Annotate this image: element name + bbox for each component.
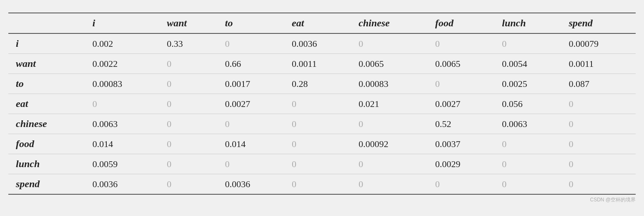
- table-row: food0.01400.01400.000920.003700: [8, 134, 636, 154]
- table-cell: 0.00092: [351, 134, 428, 154]
- table-cell: 0.66: [218, 54, 284, 74]
- table-cell: 0.0027: [218, 94, 284, 114]
- table-cell: 0.0025: [494, 74, 561, 94]
- table-row: chinese0.006300000.520.00630: [8, 114, 636, 134]
- header-row: iwanttoeatchinesefoodlunchspend: [8, 13, 636, 33]
- table-cell: 0: [494, 154, 561, 174]
- table-cell: 0.014: [85, 134, 159, 154]
- table-cell: 0: [284, 154, 351, 174]
- table-cell: 0.0037: [428, 134, 494, 154]
- table-cell: 0.0036: [218, 174, 284, 195]
- table-cell: 0.0063: [494, 114, 561, 134]
- row-label-i: i: [8, 33, 85, 54]
- table-cell: 0.0059: [85, 154, 159, 174]
- table-cell: 0.087: [561, 74, 636, 94]
- table-cell: 0.0054: [494, 54, 561, 74]
- table-cell: 0: [159, 114, 218, 134]
- table-cell: 0: [159, 154, 218, 174]
- table-cell: 0.00083: [351, 74, 428, 94]
- table-cell: 0.0065: [428, 54, 494, 74]
- table-cell: 0: [561, 174, 636, 195]
- table-cell: 0: [428, 174, 494, 195]
- header-col-lunch: lunch: [494, 13, 561, 33]
- table-cell: 0: [218, 114, 284, 134]
- row-label-lunch: lunch: [8, 154, 85, 174]
- watermark: CSDN @空杯的境界: [8, 195, 636, 203]
- table-cell: 0: [85, 94, 159, 114]
- table-cell: 0: [561, 94, 636, 114]
- table-cell: 0: [428, 33, 494, 54]
- table-cell: 0: [218, 33, 284, 54]
- table-cell: 0: [351, 154, 428, 174]
- table-cell: 0: [284, 94, 351, 114]
- table-cell: 0.0065: [351, 54, 428, 74]
- header-col-to: to: [218, 13, 284, 33]
- table-row: spend0.003600.003600000: [8, 174, 636, 195]
- table-cell: 0.014: [218, 134, 284, 154]
- table-cell: 0.0011: [561, 54, 636, 74]
- table-cell: 0.00083: [85, 74, 159, 94]
- row-label-chinese: chinese: [8, 114, 85, 134]
- table-row: to0.0008300.00170.280.0008300.00250.087: [8, 74, 636, 94]
- table-cell: 0.0027: [428, 94, 494, 114]
- table-cell: 0.00079: [561, 33, 636, 54]
- header-col-eat: eat: [284, 13, 351, 33]
- table-cell: 0.0036: [85, 174, 159, 195]
- header-col-spend: spend: [561, 13, 636, 33]
- table-cell: 0: [494, 134, 561, 154]
- table-cell: 0: [494, 33, 561, 54]
- table-cell: 0.33: [159, 33, 218, 54]
- table-cell: 0: [159, 134, 218, 154]
- table-cell: 0.0017: [218, 74, 284, 94]
- table-cell: 0: [159, 94, 218, 114]
- table-cell: 0.0029: [428, 154, 494, 174]
- header-col-chinese: chinese: [351, 13, 428, 33]
- header-col-want: want: [159, 13, 218, 33]
- table-cell: 0: [218, 154, 284, 174]
- table-cell: 0: [159, 174, 218, 195]
- table-cell: 0.0022: [85, 54, 159, 74]
- row-label-food: food: [8, 134, 85, 154]
- table-cell: 0.056: [494, 94, 561, 114]
- table-cell: 0.0036: [284, 33, 351, 54]
- table-row: i0.0020.3300.00360000.00079: [8, 33, 636, 54]
- table-cell: 0: [159, 74, 218, 94]
- row-label-want: want: [8, 54, 85, 74]
- table-row: want0.002200.660.00110.00650.00650.00540…: [8, 54, 636, 74]
- table-cell: 0.52: [428, 114, 494, 134]
- table-cell: 0: [351, 114, 428, 134]
- table-cell: 0.0063: [85, 114, 159, 134]
- table-row: lunch0.005900000.002900: [8, 154, 636, 174]
- header-empty: [8, 13, 85, 33]
- table-cell: 0: [284, 114, 351, 134]
- table-cell: 0: [351, 174, 428, 195]
- row-label-spend: spend: [8, 174, 85, 195]
- table-cell: 0.28: [284, 74, 351, 94]
- table-cell: 0: [351, 33, 428, 54]
- table-cell: 0: [284, 174, 351, 195]
- table-row: eat000.002700.0210.00270.0560: [8, 94, 636, 114]
- header-col-i: i: [85, 13, 159, 33]
- row-label-eat: eat: [8, 94, 85, 114]
- table-wrapper: iwanttoeatchinesefoodlunchspend i0.0020.…: [8, 13, 636, 203]
- table-cell: 0: [284, 134, 351, 154]
- table-cell: 0.002: [85, 33, 159, 54]
- table-cell: 0: [561, 134, 636, 154]
- table-cell: 0: [494, 174, 561, 195]
- table-cell: 0: [428, 74, 494, 94]
- table-cell: 0.021: [351, 94, 428, 114]
- table-cell: 0.0011: [284, 54, 351, 74]
- table-cell: 0: [561, 114, 636, 134]
- table-cell: 0: [159, 54, 218, 74]
- table-cell: 0: [561, 154, 636, 174]
- row-label-to: to: [8, 74, 85, 94]
- header-col-food: food: [428, 13, 494, 33]
- bigram-table: iwanttoeatchinesefoodlunchspend i0.0020.…: [8, 13, 636, 195]
